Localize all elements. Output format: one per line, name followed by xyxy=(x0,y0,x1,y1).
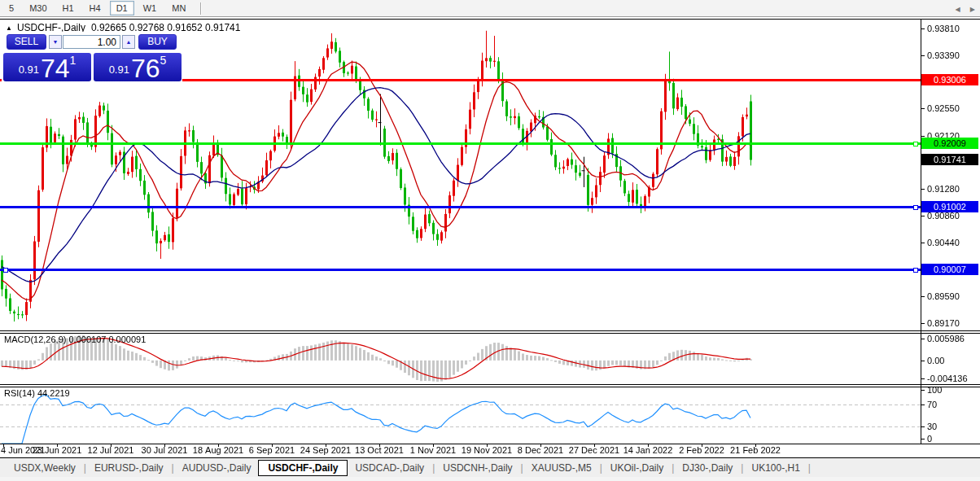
line-handle[interactable] xyxy=(913,205,918,210)
price-label-0.93006: 0.93006 xyxy=(921,74,978,85)
window-bottom-strip xyxy=(0,477,980,481)
horizontal-line-0.90007[interactable] xyxy=(0,269,921,271)
timeframe-button-5[interactable]: 5 xyxy=(2,1,20,15)
arrow-up-icon: ▲ xyxy=(126,39,132,45)
volume-decrease-button[interactable]: ▼ xyxy=(49,35,62,49)
tab-separator: | xyxy=(807,462,812,474)
tab-scroll-left-icon[interactable]: ◀ xyxy=(955,6,960,13)
price-label-0.91002: 0.91002 xyxy=(921,201,978,212)
buy-price-prefix: 0.91 xyxy=(109,63,129,76)
price-label-0.92009: 0.92009 xyxy=(921,138,978,149)
timeframe-button-h4[interactable]: H4 xyxy=(83,1,107,15)
timeframe-button-mn[interactable]: MN xyxy=(165,1,192,15)
buy-price-sup: 5 xyxy=(160,54,167,67)
chart-tab-bar: USDX,Weekly|EURUSD-,Daily|AUDUSD-,DailyU… xyxy=(0,458,980,477)
toolbar-separator xyxy=(200,2,202,15)
volume-input[interactable] xyxy=(63,35,120,49)
sell-price-prefix: 0.91 xyxy=(19,63,39,76)
line-handle[interactable] xyxy=(913,268,918,273)
volume-increase-button[interactable]: ▲ xyxy=(122,35,135,49)
chart-tab-usdcad-daily[interactable]: USDCAD-,Daily xyxy=(348,461,431,475)
line-handle[interactable] xyxy=(3,268,8,273)
buy-price-panel[interactable]: 0.91 76 5 xyxy=(94,53,182,81)
timeframe-button-h1[interactable]: H1 xyxy=(56,1,81,15)
buy-price-big: 76 xyxy=(131,59,160,79)
sell-button[interactable]: SELL xyxy=(7,34,46,50)
chart-tab-usdx-weekly[interactable]: USDX,Weekly xyxy=(7,461,83,475)
chart-tab-xauusd-m5[interactable]: XAUUSD-,M5 xyxy=(524,461,599,475)
chart-tab-usdcnh-daily[interactable]: USDCNH-,Daily xyxy=(435,461,519,475)
line-handle[interactable] xyxy=(913,142,918,146)
rsi-title: RSI(14) xyxy=(4,388,35,398)
timeframe-toolbar: 5M30H1H4D1W1MN xyxy=(0,0,980,17)
rsi-value: 44.2219 xyxy=(37,388,70,398)
macd-indicator-label: MACD(12,26,9) 0.000107 0.000091 xyxy=(4,335,146,344)
rsi-indicator-label: RSI(14) 44.2219 xyxy=(4,388,70,398)
price-label-0.90007: 0.90007 xyxy=(921,264,978,275)
buy-button[interactable]: BUY xyxy=(138,34,177,50)
one-click-trading-widget: SELL ▼ ▲ BUY 0.91 74 1 0.91 76 5 xyxy=(2,32,182,83)
timeframe-button-d1[interactable]: D1 xyxy=(110,1,134,15)
collapse-icon[interactable]: ▲ xyxy=(6,24,12,32)
macd-values: 0.000107 0.000091 xyxy=(68,335,146,344)
chart-tab-uk100-h1[interactable]: UK100-,H1 xyxy=(744,461,807,475)
current-price-label: 0.91741 xyxy=(921,154,978,165)
mt4-window: 5M30H1H4D1W1MN ▲USDCHF-,Daily0.92665 0.9… xyxy=(0,0,980,481)
chart-tab-audusd-daily[interactable]: AUDUSD-,Daily xyxy=(175,461,259,475)
tab-scroll-arrows: ◀ ▶ xyxy=(947,6,975,13)
chart-tab-eurusd-daily[interactable]: EURUSD-,Daily xyxy=(87,461,171,475)
horizontal-line-0.91002[interactable] xyxy=(0,206,921,208)
sell-price-panel[interactable]: 0.91 74 1 xyxy=(3,53,91,81)
sell-price-big: 74 xyxy=(41,59,70,79)
sell-price-sup: 1 xyxy=(70,54,77,67)
timeframe-button-m30[interactable]: M30 xyxy=(23,1,53,15)
chart-tab-dj30-daily[interactable]: DJ30-,Daily xyxy=(675,461,740,475)
tab-scroll-right-icon[interactable]: ▶ xyxy=(970,6,975,13)
chart-tab-ukoil-daily[interactable]: UKOil-,Daily xyxy=(603,461,671,475)
macd-title: MACD(12,26,9) xyxy=(4,335,66,344)
horizontal-line-0.92009[interactable] xyxy=(0,142,921,145)
timeframe-button-w1[interactable]: W1 xyxy=(137,1,164,15)
chart-tab-usdchf-daily[interactable]: USDCHF-,Daily xyxy=(258,460,348,476)
arrow-down-icon: ▼ xyxy=(53,39,59,45)
